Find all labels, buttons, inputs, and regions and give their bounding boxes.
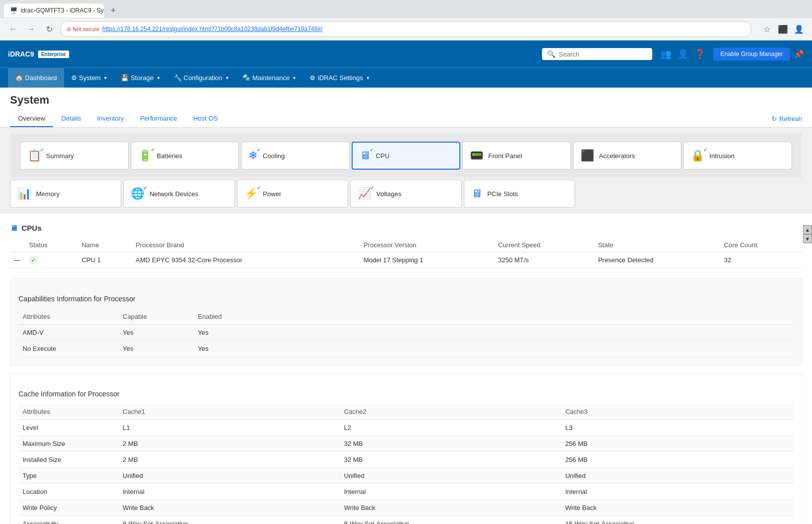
scroll-down-button[interactable]: ▼ bbox=[803, 234, 812, 243]
network-devices-check: ✔ bbox=[143, 185, 147, 191]
cooling-label: Cooling bbox=[262, 152, 285, 160]
cooling-check: ✔ bbox=[256, 147, 260, 153]
cap-col-attr: Attributes bbox=[19, 309, 119, 325]
brand-cell: AMD EPYC 9354 32-Core Processor bbox=[132, 252, 360, 268]
maxsize-c3: 256 MB bbox=[561, 436, 793, 452]
bookmark-icon[interactable]: ☆ bbox=[760, 22, 774, 36]
col-state: State bbox=[594, 238, 720, 252]
help-icon[interactable]: ❓ bbox=[694, 49, 705, 60]
memory-icon: 📊 bbox=[18, 187, 31, 200]
back-button[interactable]: ← bbox=[6, 22, 20, 36]
assoc-c2: 8-Way Set-Associative bbox=[340, 516, 562, 525]
instsize-c3: 256 MB bbox=[561, 452, 793, 468]
maxsize-c1: 2 MB bbox=[119, 436, 340, 452]
user-icon[interactable]: 👤 bbox=[677, 49, 688, 60]
no-execute-enabled: Yes bbox=[194, 341, 793, 357]
table-row: Level L1 L2 L3 bbox=[19, 420, 793, 436]
cache-col-c2: Cache2 bbox=[340, 404, 562, 420]
component-grid-row2: 📊 Memory 🌐 ✔ Network Devices ⚡ ✔ Power bbox=[10, 180, 802, 208]
component-front-panel[interactable]: 📟 Front Panel bbox=[462, 142, 571, 170]
status-cell: ✔ bbox=[25, 252, 78, 268]
component-summary[interactable]: 📋 ✔ Summary bbox=[20, 142, 129, 170]
browser-tab[interactable]: 🖥️ idrac-GQMTFT3 - iDRAC9 - Sys... ✕ bbox=[4, 4, 104, 18]
pin-icon[interactable]: 📌 bbox=[794, 50, 804, 59]
component-memory[interactable]: 📊 Memory bbox=[10, 180, 121, 208]
batteries-label: Batteries bbox=[157, 152, 182, 160]
level-c2: L2 bbox=[340, 420, 562, 436]
table-row: Associativity 8-Way Set-Associative 8-Wa… bbox=[19, 516, 793, 525]
url-bar[interactable]: ⊘ Not secure https://176.16.254.221/rest… bbox=[60, 21, 752, 37]
cpu-label: CPU bbox=[376, 152, 389, 160]
summary-label: Summary bbox=[46, 152, 74, 160]
page-content: System Overview Details Inventory Perfor… bbox=[0, 88, 812, 524]
assoc-attr: Associativity bbox=[19, 516, 119, 525]
component-power[interactable]: ⚡ ✔ Power bbox=[237, 180, 348, 208]
users-icon[interactable]: 👥 bbox=[660, 49, 671, 60]
tab-title: idrac-GQMTFT3 - iDRAC9 - Sys... bbox=[21, 7, 104, 14]
nav-menu: 🏠 Dashboard ⚙ System ▾ 💾 Storage ▾ 🔧 Con… bbox=[0, 68, 812, 88]
batteries-icon: 🔋 bbox=[138, 149, 152, 162]
state-cell: Presence Detected bbox=[594, 252, 720, 268]
nav-item-dashboard[interactable]: 🏠 Dashboard bbox=[8, 68, 64, 88]
cpus-table-body: — ✔ CPU 1 AMD EPYC 9354 32-Core Processo… bbox=[10, 252, 802, 268]
profile-icon[interactable]: 👤 bbox=[792, 22, 806, 36]
nav-item-storage[interactable]: 💾 Storage ▾ bbox=[114, 68, 167, 88]
search-input[interactable] bbox=[559, 51, 647, 58]
component-pcie-slots[interactable]: 🖥 PCIe Slots bbox=[464, 180, 575, 208]
search-bar[interactable]: 🔍 bbox=[542, 48, 652, 60]
component-network-devices[interactable]: 🌐 ✔ Network Devices bbox=[123, 180, 234, 208]
idrac-settings-icon: ⚙ bbox=[310, 74, 316, 82]
maxsize-c2: 32 MB bbox=[340, 436, 562, 452]
component-cpu[interactable]: 🖥 ✔ CPU bbox=[352, 142, 460, 170]
voltages-icon: 📈 bbox=[358, 187, 371, 200]
cpu-check: ✔ bbox=[370, 147, 374, 153]
instsize-c1: 2 MB bbox=[119, 452, 340, 468]
configuration-dropdown-icon: ▾ bbox=[226, 75, 228, 81]
tab-overview[interactable]: Overview bbox=[10, 111, 53, 127]
amd-v-attr: AMD-V bbox=[19, 325, 119, 341]
reload-button[interactable]: ↻ bbox=[42, 22, 56, 36]
refresh-icon: ↻ bbox=[771, 115, 777, 123]
cache-col-c1: Cache1 bbox=[119, 404, 340, 420]
cpus-section-title: 🖥 CPUs bbox=[10, 224, 802, 232]
summary-check: ✔ bbox=[40, 147, 44, 153]
writepolicy-c1: Write Back bbox=[119, 500, 340, 516]
idrac-settings-dropdown-icon: ▾ bbox=[367, 75, 369, 81]
extensions-icon[interactable]: ⬛ bbox=[776, 22, 790, 36]
nav-item-idrac-settings[interactable]: ⚙ iDRAC Settings ▾ bbox=[303, 68, 376, 88]
expand-cell[interactable]: — bbox=[10, 252, 25, 268]
speed-cell: 3250 MT/s bbox=[494, 252, 594, 268]
component-intrusion[interactable]: 🔒 ✔ Intrusion bbox=[683, 142, 792, 170]
type-c1: Unified bbox=[119, 468, 340, 484]
tab-performance[interactable]: Performance bbox=[132, 111, 185, 127]
component-cooling[interactable]: ❄ ✔ Cooling bbox=[241, 142, 350, 170]
enable-group-manager-button[interactable]: Enable Group Manager bbox=[713, 48, 790, 61]
new-tab-button[interactable]: + bbox=[106, 4, 120, 18]
level-c1: L1 bbox=[119, 420, 340, 436]
voltages-check: ✔ bbox=[370, 185, 374, 191]
maxsize-attr: Maximum Size bbox=[19, 436, 119, 452]
scroll-up-button[interactable]: ▲ bbox=[803, 225, 812, 234]
no-execute-attr: No Execute bbox=[19, 341, 119, 357]
nav-item-configuration[interactable]: 🔧 Configuration ▾ bbox=[167, 68, 235, 88]
cpus-table: Status Name Processor Brand Processor Ve… bbox=[10, 238, 802, 268]
tab-details[interactable]: Details bbox=[53, 111, 89, 127]
refresh-button[interactable]: ↻ Refresh bbox=[771, 111, 802, 127]
scrollbar[interactable]: ▲ ▼ bbox=[803, 225, 812, 243]
table-row: Location Internal Internal Internal bbox=[19, 484, 793, 500]
table-row[interactable]: — ✔ CPU 1 AMD EPYC 9354 32-Core Processo… bbox=[10, 252, 802, 268]
tab-row: Overview Details Inventory Performance H… bbox=[10, 111, 802, 127]
nav-item-maintenance[interactable]: 🔩 Maintenance ▾ bbox=[235, 68, 303, 88]
tab-host-os[interactable]: Host OS bbox=[185, 111, 226, 127]
voltages-label: Voltages bbox=[376, 190, 401, 198]
header-icons: 👥 👤 ❓ bbox=[660, 49, 705, 60]
tab-inventory[interactable]: Inventory bbox=[89, 111, 132, 127]
intrusion-icon: 🔒 bbox=[691, 149, 704, 162]
cache-head: Attributes Cache1 Cache2 Cache3 bbox=[19, 404, 793, 420]
forward-button[interactable]: → bbox=[24, 22, 38, 36]
component-batteries[interactable]: 🔋 ✔ Batteries bbox=[131, 142, 239, 170]
power-check: ✔ bbox=[257, 185, 261, 191]
nav-item-system[interactable]: ⚙ System ▾ bbox=[64, 68, 114, 88]
component-accelerators[interactable]: ⬛ Accelerators bbox=[573, 142, 682, 170]
component-voltages[interactable]: 📈 ✔ Voltages bbox=[350, 180, 461, 208]
